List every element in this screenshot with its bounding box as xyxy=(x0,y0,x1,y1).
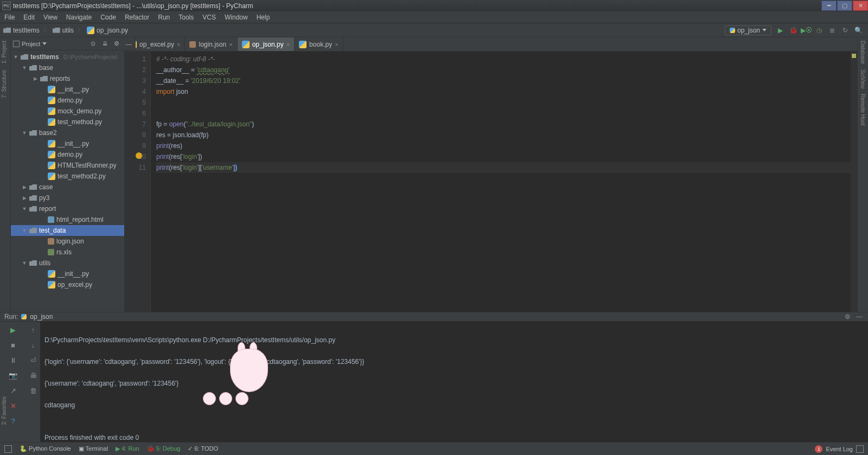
tree-file[interactable]: ·op_excel.py xyxy=(11,279,124,290)
expand-icon[interactable]: ▼ xyxy=(22,130,27,136)
debug-button[interactable]: 🐞 xyxy=(789,26,797,35)
up-button[interactable]: ↑ xyxy=(28,325,38,335)
run-config-selector[interactable]: op_json xyxy=(725,25,771,35)
run-profile-button[interactable]: ◷ xyxy=(815,26,824,35)
tree-file[interactable]: ·html_report.html xyxy=(11,214,124,225)
tree-folder-py3[interactable]: ▶py3 xyxy=(11,193,124,203)
search-everywhere-button[interactable]: 🔍 xyxy=(854,26,863,35)
crumb-root[interactable]: testItems xyxy=(13,27,40,34)
run-coverage-button[interactable]: ▶⦿ xyxy=(802,26,810,35)
clear-button[interactable]: 🗑 xyxy=(28,386,38,395)
tree-folder-base[interactable]: ▼base xyxy=(11,62,124,73)
project-view-selector[interactable]: Project xyxy=(13,41,47,47)
menu-tools[interactable]: Tools xyxy=(174,11,198,23)
expand-icon[interactable]: ▼ xyxy=(22,206,27,212)
expand-icon[interactable]: ▶ xyxy=(22,195,27,201)
tree-folder-utils[interactable]: ▼utils xyxy=(11,258,124,268)
help-button[interactable]: ? xyxy=(8,416,18,426)
close-tab-button[interactable]: ✕ xyxy=(8,401,18,411)
tree-file[interactable]: ·__init__.py xyxy=(11,138,124,149)
console-output[interactable]: D:\PycharmProjects\testItems\venv\Script… xyxy=(40,322,868,455)
close-button[interactable]: ✕ xyxy=(853,1,868,11)
expand-icon[interactable]: ▶ xyxy=(33,76,38,81)
pause-button[interactable]: ⏸ xyxy=(8,355,18,365)
tree-file[interactable]: ·demo.py xyxy=(11,95,124,106)
tree-folder-reports[interactable]: ▶reports xyxy=(11,73,124,84)
tree-file[interactable]: ·__init__.py xyxy=(11,268,124,279)
tree-file[interactable]: ·login.json xyxy=(11,236,124,247)
dump-threads-button[interactable]: 📷 xyxy=(8,370,18,380)
close-icon[interactable]: × xyxy=(335,41,338,48)
tool-tab-database[interactable]: Database xyxy=(860,41,866,64)
warning-marker-icon[interactable] xyxy=(852,54,856,58)
minimize-button[interactable]: ━ xyxy=(821,1,837,11)
rerun-button[interactable]: ▶ xyxy=(8,325,18,335)
crumb-file[interactable]: op_json.py xyxy=(97,27,128,34)
tree-file[interactable]: ·demo.py xyxy=(11,149,124,160)
tree-project-root[interactable]: ▼ testItems D:\PycharmProjects\ xyxy=(11,52,124,62)
tool-tab-structure[interactable]: 7: Structure xyxy=(0,67,8,101)
menu-window[interactable]: Window xyxy=(220,11,252,23)
tab-op-json[interactable]: op_json.py× xyxy=(238,37,295,51)
tree-file[interactable]: ·HTMLTestRunner.py xyxy=(11,160,124,171)
close-icon[interactable]: × xyxy=(177,41,180,48)
tree-folder-base2[interactable]: ▼base2 xyxy=(11,127,124,138)
tree-file[interactable]: ·test_method.py xyxy=(11,117,124,127)
tool-tab-favorites[interactable]: 2: Favorites xyxy=(0,393,8,428)
crumb-folder[interactable]: utils xyxy=(62,27,74,34)
menu-help[interactable]: Help xyxy=(252,11,275,23)
menu-code[interactable]: Code xyxy=(96,11,120,23)
tool-tab-remote-host[interactable]: Remote Host xyxy=(860,94,866,125)
project-icon xyxy=(13,41,20,47)
tree-file[interactable]: ·test_method2.py xyxy=(11,171,124,182)
tree-folder-report[interactable]: ▼report xyxy=(11,203,124,214)
locate-file-button[interactable]: ⊙ xyxy=(88,40,97,48)
tree-folder-case[interactable]: ▶case xyxy=(11,182,124,193)
tool-tab-project[interactable]: 1: Project xyxy=(0,37,8,67)
stop-button[interactable]: ■ xyxy=(8,340,18,350)
menu-refactor[interactable]: Refactor xyxy=(120,11,154,23)
close-icon[interactable]: × xyxy=(286,41,290,48)
menu-file[interactable]: File xyxy=(0,11,19,23)
hide-button[interactable]: — xyxy=(124,40,133,48)
tab-book[interactable]: book.py× xyxy=(295,37,343,51)
tool-tab-sciview[interactable]: SciView xyxy=(860,69,866,88)
error-stripe[interactable] xyxy=(851,52,857,312)
expand-icon[interactable]: ▶ xyxy=(22,184,27,190)
expand-icon[interactable]: ▼ xyxy=(22,228,27,233)
intention-bulb-icon[interactable] xyxy=(136,152,142,159)
menu-navigate[interactable]: Navigate xyxy=(62,11,96,23)
menu-view[interactable]: View xyxy=(39,11,62,23)
tab-login-json[interactable]: login.json× xyxy=(185,37,237,51)
restore-layout-button[interactable]: ↗ xyxy=(8,386,18,395)
code-editor[interactable]: # -*- coding: utf-8 -*- __author__ = 'cd… xyxy=(151,52,857,312)
editor-body[interactable]: 123456789 10 11 # -*- coding: utf-8 -*- … xyxy=(125,52,857,312)
tool-window-button[interactable] xyxy=(4,445,12,453)
tree-file[interactable]: ·__init__.py xyxy=(11,84,124,95)
update-button[interactable]: ↻ xyxy=(841,26,850,35)
run-button[interactable]: ▶ xyxy=(776,26,784,35)
expand-icon[interactable]: ▼ xyxy=(22,260,27,266)
expand-icon[interactable]: ▼ xyxy=(13,54,18,60)
tree-file[interactable]: ·rs.xls xyxy=(11,247,124,258)
collapse-all-button[interactable]: ⇊ xyxy=(100,40,109,48)
menu-run[interactable]: Run xyxy=(154,11,174,23)
line-gutter[interactable]: 123456789 10 11 xyxy=(125,52,151,312)
folder-icon xyxy=(40,76,48,81)
project-tree[interactable]: ▼ testItems D:\PycharmProjects\ ▼base ▶r… xyxy=(11,50,124,290)
breadcrumb[interactable]: testItems 〉 utils 〉 op_json.py xyxy=(0,25,131,35)
hide-panel-button[interactable]: — xyxy=(855,312,864,321)
menu-edit[interactable]: Edit xyxy=(19,11,39,23)
down-button[interactable]: ↓ xyxy=(28,340,38,350)
tree-file[interactable]: ·mock_demo.py xyxy=(11,106,124,117)
expand-icon[interactable]: ▼ xyxy=(22,65,27,71)
close-icon[interactable]: × xyxy=(229,41,232,48)
menu-vcs[interactable]: VCS xyxy=(198,11,220,23)
settings-icon[interactable]: ⚙ xyxy=(843,312,852,321)
tree-folder-test-data[interactable]: ▼test_data xyxy=(11,225,124,236)
print-button[interactable]: 🖶 xyxy=(28,370,38,380)
settings-icon[interactable]: ⚙ xyxy=(112,40,121,48)
wrap-button[interactable]: ⏎ xyxy=(28,355,38,365)
stop-button[interactable]: ≣ xyxy=(828,26,837,35)
maximize-button[interactable]: ▢ xyxy=(837,1,852,11)
